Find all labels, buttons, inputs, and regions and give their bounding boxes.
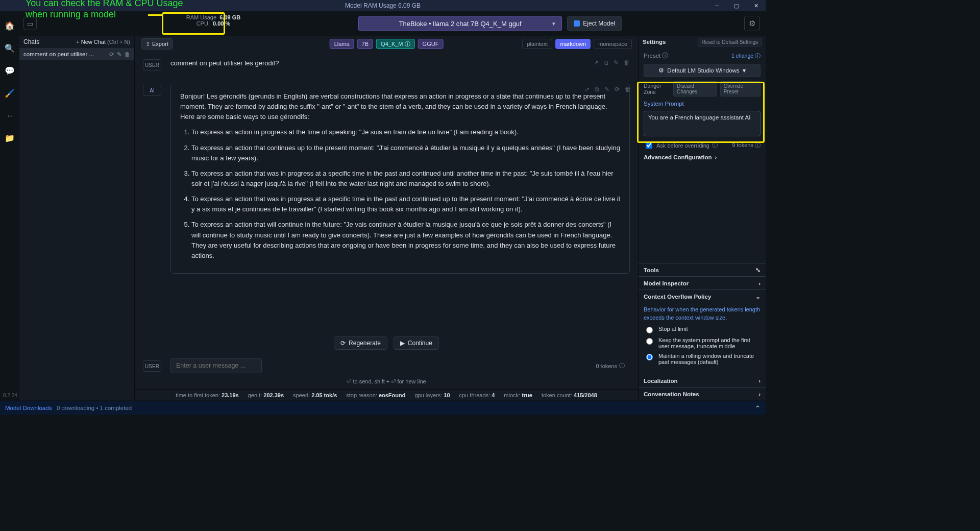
- msg-delete-icon[interactable]: 🗑: [624, 58, 630, 68]
- main-panel: ⇪ Export Llama 7B Q4_K_M ⓘ GGUF plaintex…: [135, 36, 638, 400]
- preset-label: Preset: [644, 53, 660, 59]
- continue-button[interactable]: ▶ Continue: [394, 336, 439, 350]
- token-count-badge: 0 tokens ⓘ: [596, 362, 625, 370]
- discard-changes-button[interactable]: Discard Changes: [673, 81, 717, 96]
- preset-changes[interactable]: 1 change ⓘ: [731, 53, 761, 60]
- settings-panel: Settings Reset to Default Settings Prese…: [638, 36, 766, 400]
- msg-pencil-icon[interactable]: ✎: [614, 58, 619, 68]
- search-icon[interactable]: 🔍: [5, 43, 15, 53]
- folder-icon[interactable]: 📁: [5, 133, 15, 143]
- chat-delete-icon[interactable]: 🗑: [125, 51, 130, 58]
- home-icon[interactable]: 🏠: [5, 20, 15, 31]
- view-mode-plaintext[interactable]: plaintext: [522, 39, 552, 49]
- reset-defaults-button[interactable]: Reset to Default Settings: [698, 38, 762, 46]
- settings-header: Settings: [643, 39, 666, 45]
- overflow-opt-label: Keep the system prompt and the first use…: [658, 337, 761, 349]
- danger-zone-label: Danger Zone: [644, 83, 673, 95]
- override-preset-button[interactable]: Override Preset: [720, 81, 761, 96]
- downloads-info: 0 downloading • 1 completed: [57, 405, 132, 411]
- msg-copy-icon[interactable]: ⧉: [604, 58, 608, 68]
- status-expand-icon[interactable]: ⌃: [755, 404, 761, 412]
- ai-list-item: To express an action that continues up t…: [191, 143, 620, 163]
- tag-bar: ⇪ Export Llama 7B Q4_K_M ⓘ GGUF plaintex…: [135, 36, 638, 52]
- model-selector-dropdown[interactable]: TheBloke • llama 2 chat 7B Q4_K_M gguf ▾: [358, 16, 562, 31]
- msg-delete-icon[interactable]: 🗑: [625, 85, 631, 94]
- role-badge-user: USER: [143, 59, 161, 70]
- system-prompt-label: System Prompt: [644, 101, 761, 107]
- overflow-opt-radio[interactable]: [646, 338, 653, 345]
- ask-before-overriding-checkbox[interactable]: [646, 142, 652, 149]
- msg-edit-icon[interactable]: ↗: [594, 58, 599, 68]
- ai-list-item: To express an action that was in progres…: [191, 168, 620, 189]
- chevron-right-icon: ›: [758, 391, 761, 397]
- model-downloads-link[interactable]: Model Downloads: [5, 405, 52, 411]
- msg-copy-icon[interactable]: ⧉: [595, 85, 599, 94]
- system-prompt-input[interactable]: [644, 111, 761, 136]
- collapse-icon: ⤡: [755, 267, 761, 274]
- chevron-right-icon: ›: [715, 154, 717, 160]
- view-mode-markdown[interactable]: markdown: [555, 39, 591, 49]
- model-tag: Llama: [330, 39, 354, 49]
- chevron-right-icon: ›: [758, 378, 761, 384]
- msg-edit-icon[interactable]: ↗: [584, 85, 590, 94]
- conversation-notes-section[interactable]: Conversation Notes›: [639, 387, 766, 400]
- ask-label: Ask before overriding: [656, 142, 709, 149]
- version-label: 0.2.24: [3, 393, 17, 398]
- action-bar: ⟳ Regenerate ▶ Continue: [135, 331, 638, 355]
- annotation-connector: [148, 14, 162, 16]
- ram-cpu-display: RAM Usage 6.09 GB CPU: 0.00 %: [183, 14, 244, 27]
- localization-section[interactable]: Localization›: [639, 374, 766, 387]
- chat-list-item[interactable]: comment on peut utiliser ... ⟳ ✎ 🗑: [19, 48, 134, 60]
- view-mode-monospace[interactable]: monospace: [594, 39, 632, 49]
- window-maximize-button[interactable]: ▢: [727, 0, 746, 11]
- context-overflow-section[interactable]: Context Overflow Policy⌄: [639, 289, 766, 303]
- context-overflow-body: Behavior for when the generated tokens l…: [639, 303, 766, 374]
- chats-header: Chats: [23, 38, 39, 45]
- status-bar: Model Downloads 0 downloading • 1 comple…: [0, 401, 766, 415]
- input-row: USER 0 tokens ⓘ: [135, 355, 638, 376]
- export-button[interactable]: ⇪ Export: [141, 38, 173, 50]
- chat-history-icon[interactable]: ⟳: [109, 51, 114, 58]
- chat-icon[interactable]: 💬: [5, 65, 15, 76]
- input-hint: ⏎ to send, shift + ⏎ for new line: [135, 376, 638, 389]
- model-name: TheBloke • llama 2 chat 7B Q4_K_M gguf: [399, 20, 522, 28]
- message-user: USER comment on peut utiliser les gerodi…: [135, 56, 638, 73]
- regenerate-button[interactable]: ⟳ Regenerate: [334, 336, 387, 350]
- window-titlebar: Model RAM Usage 6.09 GB ─ ▢ ✕: [0, 0, 766, 11]
- ai-list-item: To express an action that was in progres…: [191, 194, 620, 214]
- overflow-opt-label: Stop at limit: [658, 326, 688, 332]
- role-badge-user: USER: [143, 360, 161, 372]
- overflow-opt-radio[interactable]: [646, 327, 653, 333]
- resize-icon[interactable]: ↔: [5, 110, 15, 120]
- ai-response-box: Bonjour! Les gérondifs (gerunds in Engli…: [170, 84, 630, 274]
- chat-history-icon[interactable]: ▭: [23, 17, 37, 30]
- advanced-configuration-toggle[interactable]: Advanced Configuration ›: [644, 154, 761, 160]
- chevron-down-icon: ⌄: [755, 293, 761, 300]
- window-minimize-button[interactable]: ─: [707, 0, 727, 11]
- ai-list-item: To express an action that will continue …: [191, 220, 620, 261]
- ai-intro-text: Bonjour! Les gérondifs (gerunds in Engli…: [180, 91, 620, 122]
- tools-section[interactable]: Tools⤡: [639, 263, 766, 276]
- user-message-text: comment on peut utiliser les gerodif?: [170, 59, 279, 67]
- chevron-right-icon: ›: [758, 280, 761, 286]
- model-inspector-section[interactable]: Model Inspector›: [639, 276, 766, 289]
- settings-gear-icon[interactable]: ⚙: [744, 16, 760, 31]
- msg-refresh-icon[interactable]: ⟳: [615, 85, 620, 94]
- chat-edit-icon[interactable]: ✎: [117, 51, 121, 58]
- chevron-down-icon: ▾: [552, 20, 555, 27]
- window-close-button[interactable]: ✕: [746, 0, 766, 11]
- msg-pencil-icon[interactable]: ✎: [604, 85, 609, 94]
- new-chat-button[interactable]: + New Chat (Ctrl + N): [76, 39, 130, 45]
- brush-icon[interactable]: 🖌️: [5, 88, 15, 98]
- system-prompt-token-count: 9 tokens ⓘ: [732, 141, 761, 149]
- preset-selector[interactable]: ⚙ Default LM Studio Windows ▾: [644, 64, 761, 77]
- model-tag: GGUF: [418, 39, 444, 49]
- message-ai: AI Bonjour! Les gérondifs (gerunds in En…: [135, 82, 638, 276]
- overflow-opt-radio[interactable]: [646, 354, 653, 360]
- eject-icon: [574, 20, 580, 27]
- eject-model-button[interactable]: Eject Model: [567, 16, 622, 31]
- user-input[interactable]: [170, 358, 262, 373]
- stats-bar: time to first token: 23.19s gen t: 202.3…: [135, 389, 638, 400]
- conversation-area: USER comment on peut utiliser les gerodi…: [135, 52, 638, 331]
- eject-label: Eject Model: [583, 20, 615, 27]
